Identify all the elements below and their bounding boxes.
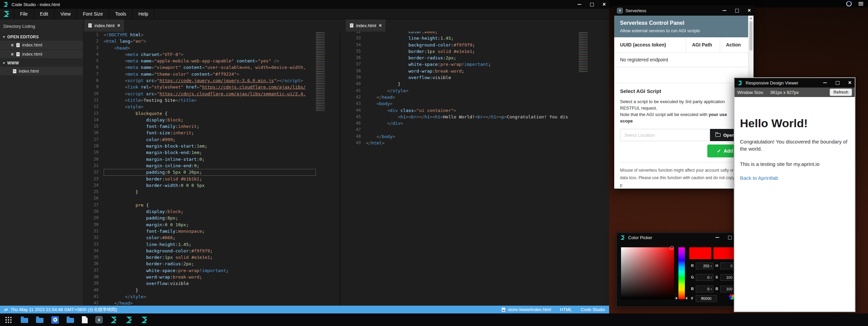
stepper-icon[interactable]: ▲▼: [710, 265, 712, 267]
check-icon: ✓: [717, 148, 721, 154]
brightness-label: B: [715, 287, 718, 291]
close-icon[interactable]: ×: [603, 2, 606, 6]
r-label: R: [691, 264, 694, 268]
code-area[interactable]: 32 color:#666;33 line-height:1.45;34 bac…: [340, 32, 578, 146]
restore-icon[interactable]: [590, 3, 594, 6]
code-line: 9 <link rel="stylesheet" href="https://c…: [83, 84, 316, 90]
code-line: 15 font-family:inherit;: [83, 123, 316, 130]
page-heading: Hello World!: [740, 117, 849, 130]
minimize-icon[interactable]: [823, 82, 827, 83]
hue-marker-left-icon[interactable]: [676, 297, 678, 300]
back-to-aprintlab-link[interactable]: Back to Aprintlab: [740, 175, 778, 181]
folder-icon[interactable]: [36, 318, 43, 323]
minimize-icon[interactable]: [715, 237, 719, 238]
window-size-label: Window Size:: [737, 90, 764, 95]
menu-bar: File Edit View Font Size Tools Help: [0, 9, 609, 19]
serverless-icon: 0: [617, 8, 623, 14]
close-icon[interactable]: ×: [748, 8, 751, 13]
maximize-icon[interactable]: [728, 236, 732, 239]
scrollbar-thumb[interactable]: [749, 21, 752, 51]
code-studio-icon[interactable]: [126, 316, 133, 324]
status-language[interactable]: HTML: [560, 307, 572, 312]
menu-help[interactable]: Help: [133, 9, 155, 19]
sidebar-section-www[interactable]: ▾ WWW: [0, 59, 83, 67]
close-icon[interactable]: ×: [11, 42, 14, 48]
serverless-icon[interactable]: 0: [95, 316, 103, 323]
menu-edit[interactable]: Edit: [34, 9, 55, 19]
g-input[interactable]: 0▲▼: [696, 274, 713, 281]
close-icon[interactable]: ×: [848, 81, 851, 85]
sidebar-section-open-editors[interactable]: ▾ OPEN EDITORS: [0, 33, 83, 41]
editor-pane-right[interactable]: 32 color:#666;33 line-height:1.45;34 bac…: [340, 32, 609, 306]
code-line: 35 border:1px solid #e1e1e1;: [83, 254, 316, 261]
code-studio-icon[interactable]: [141, 316, 148, 324]
minimap[interactable]: [316, 32, 325, 111]
s-label: S: [715, 275, 718, 279]
media-player-icon[interactable]: [51, 316, 59, 324]
file-icon: [13, 69, 16, 73]
r-input[interactable]: 255▲▼: [696, 263, 713, 269]
code-studio-logo-icon: [3, 11, 10, 17]
folder-icon[interactable]: [67, 318, 74, 323]
code-line: 37 white-space:pre-wrap!important;: [340, 61, 578, 68]
menu-view[interactable]: View: [55, 9, 77, 19]
hex-label: #: [691, 296, 693, 300]
maximize-icon[interactable]: [836, 81, 839, 85]
menu-icon[interactable]: [858, 2, 863, 5]
app-grid-icon[interactable]: [5, 317, 7, 318]
folder-icon[interactable]: [21, 318, 28, 323]
color-marker[interactable]: [670, 246, 674, 250]
menu-tools[interactable]: Tools: [109, 9, 133, 19]
column-action: Action: [720, 37, 748, 52]
code-line: 13 blockquote {: [83, 110, 316, 117]
menu-file[interactable]: File: [14, 9, 34, 19]
serverless-titlebar[interactable]: 0 Serverless ×: [614, 5, 754, 16]
script-description-line1: Select a script to be executed by 3rd pa…: [620, 98, 743, 105]
sync-icon: ⇄: [4, 307, 8, 312]
code-line: 6 <meta name="viewport" content="user-sc…: [83, 64, 316, 71]
code-line: 39 overflow:visible: [340, 74, 578, 81]
close-icon[interactable]: ×: [379, 23, 382, 28]
stepper-icon[interactable]: ▲▼: [710, 276, 712, 279]
hue-marker-right-icon[interactable]: [685, 297, 687, 300]
saturation-gradient-square[interactable]: [621, 247, 674, 299]
scroll-up-icon[interactable]: ▲: [748, 16, 754, 21]
code-line: 29 padding:8px;: [83, 215, 316, 221]
hue-strip[interactable]: [678, 247, 685, 299]
select-location-input[interactable]: Select Location: [620, 129, 710, 141]
sidebar-item-open-editor-1[interactable]: × index.html: [0, 41, 83, 49]
b-input[interactable]: 0▲▼: [696, 286, 713, 292]
maximize-icon[interactable]: [735, 9, 739, 13]
status-file-path[interactable]: store:/www/index.html: [508, 307, 551, 312]
minimap[interactable]: [579, 32, 588, 72]
document-icon[interactable]: [82, 316, 88, 323]
sidebar-item-www-index[interactable]: index.html: [0, 67, 83, 75]
sidebar: Directory Listing ▾ OPEN EDITORS × index…: [0, 19, 83, 306]
close-icon[interactable]: ×: [11, 52, 14, 57]
script-note-line2: scope: [620, 118, 743, 124]
code-line: 1<!DOCTYPE html>: [83, 32, 316, 38]
refresh-button[interactable]: Refresh: [830, 89, 852, 96]
menu-font-size[interactable]: Font Size: [77, 9, 109, 19]
endpoint-table: UUID (access token) AGI Path Action No r…: [614, 37, 748, 67]
chevron-down-icon: ▾: [3, 61, 5, 65]
tab-index-html-right[interactable]: index.html ×: [346, 19, 386, 32]
minimize-icon[interactable]: [578, 4, 581, 5]
code-line: 11 <title>Testing Site</title>: [83, 97, 316, 103]
color-picker-titlebar[interactable]: Color Picker: [617, 233, 735, 242]
minimize-icon[interactable]: [723, 10, 726, 11]
close-icon[interactable]: ×: [117, 23, 120, 28]
sidebar-item-open-editor-2[interactable]: × index.html: [0, 50, 83, 58]
main-titlebar[interactable]: Code Studio - index.html ×: [0, 0, 609, 9]
code-line: 49</html>: [340, 140, 578, 146]
viewer-titlebar[interactable]: Responsive Design Viewer ×: [734, 78, 855, 88]
code-studio-icon[interactable]: [110, 316, 118, 324]
color-picker-window: Color Picker R 255▲▼ H 0▲▼ G 0▲▼ S 100▲▼…: [616, 232, 736, 307]
code-line: 18 margin-block-start:1em;: [83, 143, 316, 149]
code-line: 22 padding:0 5px 0 20px;: [83, 169, 316, 175]
code-area[interactable]: 1<!DOCTYPE html>2<html lang="en">3 <head…: [83, 32, 316, 306]
hex-input[interactable]: ff0000: [696, 295, 717, 302]
editor-pane-left[interactable]: 1<!DOCTYPE html>2<html lang="en">3 <head…: [83, 32, 340, 306]
stepper-icon[interactable]: ▲▼: [710, 288, 712, 290]
tab-index-html-left[interactable]: index.html ×: [84, 19, 124, 32]
